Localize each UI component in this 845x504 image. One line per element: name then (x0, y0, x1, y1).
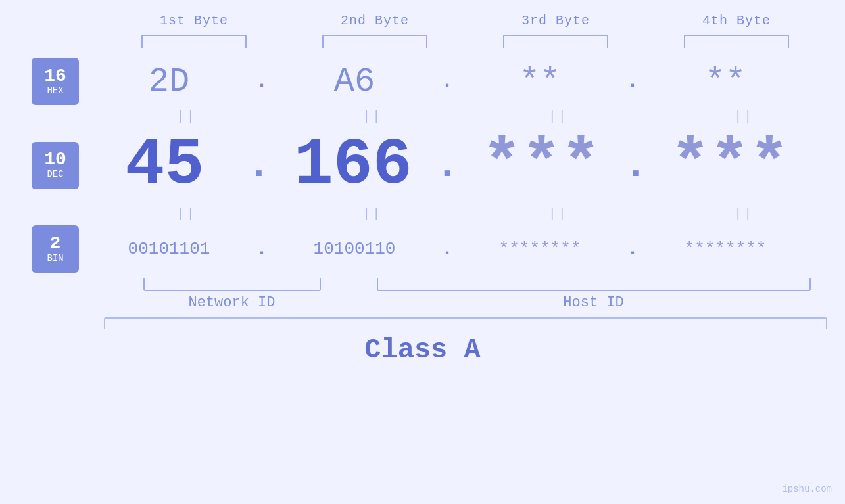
bin-dot3: . (623, 239, 642, 259)
bin-label-area: 2 BIN (0, 225, 85, 273)
dec-byte3-value: *** (482, 128, 600, 202)
bin-byte1-cell: 00101101 (85, 239, 253, 259)
eq2-c3: || (475, 206, 642, 221)
id-labels-row: Network ID Host ID (104, 294, 827, 311)
byte1-header: 1st Byte (104, 13, 285, 28)
network-id-label-cell: Network ID (104, 294, 360, 311)
hex-byte2-cell: A6 (271, 62, 438, 101)
eq2-c1: || (104, 206, 270, 221)
dec-dot3: . (620, 146, 650, 185)
eq2-sign3: || (548, 206, 568, 221)
dec-badge-base: DEC (47, 169, 63, 180)
eq2-sign2: || (362, 206, 382, 221)
dec-byte4-value: *** (671, 128, 789, 202)
bin-byte1-value: 00101101 (128, 239, 210, 259)
bracket-cell-2 (285, 35, 466, 48)
dec-dot1: . (243, 146, 274, 185)
eq1-sign1: || (177, 109, 197, 124)
dec-byte1-cell: 45 (85, 128, 243, 202)
dec-byte1-value: 45 (125, 128, 204, 202)
eq1-c1: || (104, 109, 270, 124)
dec-badge: 10 DEC (32, 142, 79, 189)
hex-byte3-value: ** (519, 62, 560, 101)
dec-badge-num: 10 (44, 150, 66, 169)
byte-headers: 1st Byte 2nd Byte 3rd Byte 4th Byte (104, 13, 827, 28)
bracket-cell-1 (104, 35, 285, 48)
bin-badge: 2 BIN (32, 225, 79, 273)
top-bracket-3 (503, 35, 608, 48)
dec-dot2: . (432, 146, 462, 185)
eq1-c4: || (661, 109, 827, 124)
bin-dot1: . (253, 239, 271, 259)
hex-byte1-cell: 2D (85, 62, 253, 101)
host-id-label: Host ID (563, 294, 623, 311)
host-bracket (377, 278, 811, 291)
eq1-c3: || (475, 109, 642, 124)
class-label-row: Class A (0, 334, 845, 366)
eq2-sign1: || (177, 206, 197, 221)
dec-value-row: 45 . 166 . *** . *** (85, 128, 809, 202)
bin-row: 2 BIN 00101101 . 10100110 . ******** . *… (0, 225, 845, 273)
bracket-cell-3 (466, 35, 646, 48)
bottom-bracket-container (104, 278, 827, 291)
hex-value-row: 2D . A6 . ** . ** (85, 62, 809, 101)
eq1-sign3: || (548, 109, 568, 124)
bin-badge-num: 2 (50, 235, 61, 253)
dec-label-area: 10 DEC (0, 142, 85, 189)
hex-dot3: . (623, 72, 642, 91)
bin-badge-base: BIN (47, 253, 63, 264)
bin-value-row: 00101101 . 10100110 . ******** . *******… (85, 239, 809, 259)
eq1-sign4: || (734, 109, 754, 124)
hex-dot1: . (253, 72, 271, 91)
hex-byte4-cell: ** (642, 62, 809, 101)
dec-byte2-value: 166 (294, 128, 412, 202)
eq2-sign4: || (734, 206, 754, 221)
bin-byte2-value: 10100110 (314, 239, 396, 259)
dec-byte4-cell: *** (651, 128, 809, 202)
hex-dot2: . (438, 72, 456, 91)
bin-byte4-value: ******** (685, 239, 767, 259)
hex-badge: 16 HEX (32, 58, 79, 105)
equals-row-2: || || || || (104, 202, 827, 225)
top-bracket-4 (684, 35, 789, 48)
hex-byte3-cell: ** (456, 62, 623, 101)
bin-byte4-cell: ******** (642, 239, 809, 259)
dec-row: 10 DEC 45 . 166 . *** . *** (0, 128, 845, 202)
hex-byte1-value: 2D (149, 62, 189, 101)
watermark: ipshu.com (782, 484, 832, 494)
host-bracket-area (360, 278, 827, 291)
hex-row: 16 HEX 2D . A6 . ** . ** (0, 58, 845, 105)
eq1-c2: || (289, 109, 456, 124)
bin-dot2: . (438, 239, 456, 259)
eq2-c2: || (289, 206, 456, 221)
eq2-c4: || (661, 206, 827, 221)
dec-byte2-cell: 166 (274, 128, 432, 202)
dec-byte3-cell: *** (462, 128, 620, 202)
class-label: Class A (364, 334, 480, 366)
hex-label-area: 16 HEX (0, 58, 85, 105)
top-bracket-2 (322, 35, 427, 48)
top-bracket-1 (141, 35, 247, 48)
top-bracket-row (104, 35, 827, 48)
bin-byte3-value: ******** (499, 239, 581, 259)
bracket-cell-4 (646, 35, 827, 48)
main-container: 1st Byte 2nd Byte 3rd Byte 4th Byte 16 H… (0, 0, 845, 504)
bin-byte2-cell: 10100110 (271, 239, 438, 259)
hex-byte4-value: ** (705, 62, 746, 101)
byte2-header: 2nd Byte (285, 13, 466, 28)
byte4-header: 4th Byte (646, 13, 827, 28)
network-bracket (143, 278, 321, 291)
hex-badge-num: 16 (44, 67, 66, 85)
byte3-header: 3rd Byte (466, 13, 646, 28)
class-bracket (104, 317, 827, 329)
eq1-sign2: || (362, 109, 382, 124)
bin-byte3-cell: ******** (456, 239, 623, 259)
host-id-label-cell: Host ID (360, 294, 827, 311)
hex-badge-base: HEX (47, 85, 63, 97)
hex-byte2-value: A6 (334, 62, 375, 101)
network-id-label: Network ID (188, 294, 275, 311)
network-bracket-area (104, 278, 360, 291)
equals-row-1: || || || || (104, 105, 827, 128)
